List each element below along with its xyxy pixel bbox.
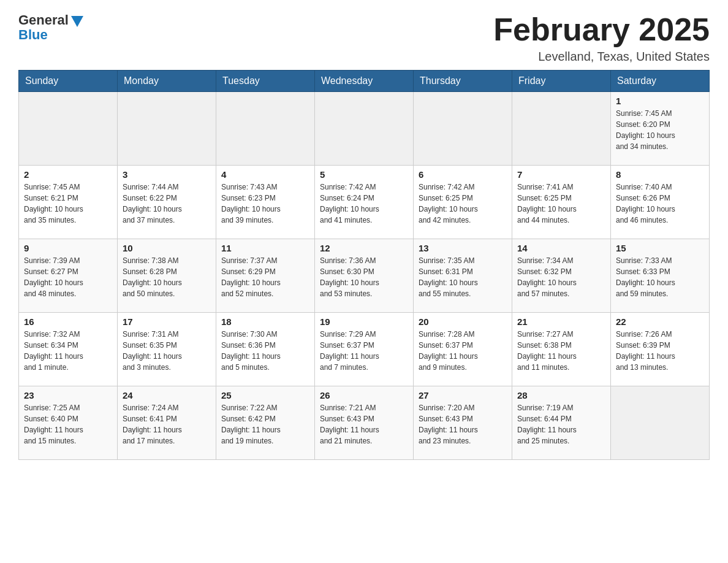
calendar-cell — [611, 386, 710, 460]
day-info: Sunrise: 7:37 AM Sunset: 6:29 PM Dayligh… — [221, 255, 309, 299]
calendar-header-thursday: Thursday — [414, 71, 512, 92]
calendar-cell: 10Sunrise: 7:38 AM Sunset: 6:28 PM Dayli… — [118, 239, 216, 313]
calendar-cell — [19, 92, 118, 166]
calendar-cell: 24Sunrise: 7:24 AM Sunset: 6:41 PM Dayli… — [118, 386, 216, 460]
day-number: 14 — [517, 243, 605, 253]
location: Levelland, Texas, United States — [493, 50, 710, 64]
day-number: 7 — [517, 169, 605, 180]
month-title: February 2025 — [493, 12, 710, 47]
day-info: Sunrise: 7:42 AM Sunset: 6:24 PM Dayligh… — [320, 182, 408, 226]
calendar-cell: 23Sunrise: 7:25 AM Sunset: 6:40 PM Dayli… — [19, 386, 118, 460]
calendar-cell: 6Sunrise: 7:42 AM Sunset: 6:25 PM Daylig… — [414, 166, 512, 239]
day-number: 5 — [320, 169, 408, 180]
calendar-header-friday: Friday — [512, 71, 611, 92]
day-info: Sunrise: 7:44 AM Sunset: 6:22 PM Dayligh… — [123, 182, 211, 226]
day-number: 24 — [123, 390, 211, 400]
day-number: 16 — [24, 316, 112, 327]
day-info: Sunrise: 7:45 AM Sunset: 6:21 PM Dayligh… — [24, 182, 112, 226]
calendar-cell: 4Sunrise: 7:43 AM Sunset: 6:23 PM Daylig… — [216, 166, 315, 239]
calendar-cell — [216, 92, 315, 166]
calendar-cell: 14Sunrise: 7:34 AM Sunset: 6:32 PM Dayli… — [512, 239, 611, 313]
day-info: Sunrise: 7:24 AM Sunset: 6:41 PM Dayligh… — [123, 402, 211, 446]
calendar-week-row: 1Sunrise: 7:45 AM Sunset: 6:20 PM Daylig… — [19, 92, 710, 166]
calendar-header-tuesday: Tuesday — [216, 71, 315, 92]
calendar-cell: 7Sunrise: 7:41 AM Sunset: 6:25 PM Daylig… — [512, 166, 611, 239]
calendar-table: SundayMondayTuesdayWednesdayThursdayFrid… — [18, 70, 710, 460]
logo-blue-text: Blue — [18, 27, 48, 43]
logo: General Blue — [18, 12, 83, 43]
calendar-cell: 21Sunrise: 7:27 AM Sunset: 6:38 PM Dayli… — [512, 313, 611, 386]
day-info: Sunrise: 7:29 AM Sunset: 6:37 PM Dayligh… — [320, 329, 408, 373]
day-info: Sunrise: 7:25 AM Sunset: 6:40 PM Dayligh… — [24, 402, 112, 446]
calendar-cell: 28Sunrise: 7:19 AM Sunset: 6:44 PM Dayli… — [512, 386, 611, 460]
calendar-week-row: 9Sunrise: 7:39 AM Sunset: 6:27 PM Daylig… — [19, 239, 710, 313]
day-info: Sunrise: 7:38 AM Sunset: 6:28 PM Dayligh… — [123, 255, 211, 299]
day-info: Sunrise: 7:42 AM Sunset: 6:25 PM Dayligh… — [419, 182, 507, 226]
calendar-header-saturday: Saturday — [611, 71, 710, 92]
day-info: Sunrise: 7:36 AM Sunset: 6:30 PM Dayligh… — [320, 255, 408, 299]
day-info: Sunrise: 7:21 AM Sunset: 6:43 PM Dayligh… — [320, 402, 408, 446]
calendar-cell: 12Sunrise: 7:36 AM Sunset: 6:30 PM Dayli… — [315, 239, 414, 313]
day-number: 2 — [24, 169, 112, 180]
calendar-cell: 8Sunrise: 7:40 AM Sunset: 6:26 PM Daylig… — [611, 166, 710, 239]
day-number: 18 — [221, 316, 309, 327]
day-number: 15 — [616, 243, 704, 253]
day-number: 20 — [419, 316, 507, 327]
calendar-cell — [512, 92, 611, 166]
calendar-week-row: 2Sunrise: 7:45 AM Sunset: 6:21 PM Daylig… — [19, 166, 710, 239]
calendar-cell: 27Sunrise: 7:20 AM Sunset: 6:43 PM Dayli… — [414, 386, 512, 460]
day-number: 11 — [221, 243, 309, 253]
logo-general-text: General — [18, 12, 69, 28]
calendar-header-row: SundayMondayTuesdayWednesdayThursdayFrid… — [19, 71, 710, 92]
day-number: 27 — [419, 390, 507, 400]
calendar-cell: 5Sunrise: 7:42 AM Sunset: 6:24 PM Daylig… — [315, 166, 414, 239]
day-info: Sunrise: 7:27 AM Sunset: 6:38 PM Dayligh… — [517, 329, 605, 373]
day-number: 21 — [517, 316, 605, 327]
title-section: February 2025 Levelland, Texas, United S… — [493, 12, 710, 64]
calendar-cell — [118, 92, 216, 166]
calendar-cell: 1Sunrise: 7:45 AM Sunset: 6:20 PM Daylig… — [611, 92, 710, 166]
day-number: 1 — [616, 96, 704, 106]
day-number: 19 — [320, 316, 408, 327]
calendar-cell: 16Sunrise: 7:32 AM Sunset: 6:34 PM Dayli… — [19, 313, 118, 386]
day-info: Sunrise: 7:19 AM Sunset: 6:44 PM Dayligh… — [517, 402, 605, 446]
day-number: 9 — [24, 243, 112, 253]
calendar-cell: 19Sunrise: 7:29 AM Sunset: 6:37 PM Dayli… — [315, 313, 414, 386]
day-number: 26 — [320, 390, 408, 400]
day-info: Sunrise: 7:34 AM Sunset: 6:32 PM Dayligh… — [517, 255, 605, 299]
day-info: Sunrise: 7:20 AM Sunset: 6:43 PM Dayligh… — [419, 402, 507, 446]
calendar-cell: 3Sunrise: 7:44 AM Sunset: 6:22 PM Daylig… — [118, 166, 216, 239]
day-info: Sunrise: 7:31 AM Sunset: 6:35 PM Dayligh… — [123, 329, 211, 373]
calendar-cell: 20Sunrise: 7:28 AM Sunset: 6:37 PM Dayli… — [414, 313, 512, 386]
calendar-cell: 9Sunrise: 7:39 AM Sunset: 6:27 PM Daylig… — [19, 239, 118, 313]
calendar-cell: 2Sunrise: 7:45 AM Sunset: 6:21 PM Daylig… — [19, 166, 118, 239]
day-number: 13 — [419, 243, 507, 253]
calendar-cell: 17Sunrise: 7:31 AM Sunset: 6:35 PM Dayli… — [118, 313, 216, 386]
day-info: Sunrise: 7:41 AM Sunset: 6:25 PM Dayligh… — [517, 182, 605, 226]
day-number: 25 — [221, 390, 309, 400]
day-info: Sunrise: 7:32 AM Sunset: 6:34 PM Dayligh… — [24, 329, 112, 373]
calendar-cell: 11Sunrise: 7:37 AM Sunset: 6:29 PM Dayli… — [216, 239, 315, 313]
day-number: 17 — [123, 316, 211, 327]
day-info: Sunrise: 7:22 AM Sunset: 6:42 PM Dayligh… — [221, 402, 309, 446]
day-info: Sunrise: 7:33 AM Sunset: 6:33 PM Dayligh… — [616, 255, 704, 299]
calendar-header-sunday: Sunday — [19, 71, 118, 92]
calendar-week-row: 16Sunrise: 7:32 AM Sunset: 6:34 PM Dayli… — [19, 313, 710, 386]
day-number: 22 — [616, 316, 704, 327]
day-info: Sunrise: 7:30 AM Sunset: 6:36 PM Dayligh… — [221, 329, 309, 373]
day-info: Sunrise: 7:40 AM Sunset: 6:26 PM Dayligh… — [616, 182, 704, 226]
calendar-week-row: 23Sunrise: 7:25 AM Sunset: 6:40 PM Dayli… — [19, 386, 710, 460]
day-number: 4 — [221, 169, 309, 180]
day-number: 6 — [419, 169, 507, 180]
day-info: Sunrise: 7:35 AM Sunset: 6:31 PM Dayligh… — [419, 255, 507, 299]
calendar-cell: 25Sunrise: 7:22 AM Sunset: 6:42 PM Dayli… — [216, 386, 315, 460]
calendar-cell: 22Sunrise: 7:26 AM Sunset: 6:39 PM Dayli… — [611, 313, 710, 386]
day-number: 10 — [123, 243, 211, 253]
day-info: Sunrise: 7:28 AM Sunset: 6:37 PM Dayligh… — [419, 329, 507, 373]
page-header: General Blue February 2025 Levelland, Te… — [18, 12, 710, 64]
calendar-cell: 15Sunrise: 7:33 AM Sunset: 6:33 PM Dayli… — [611, 239, 710, 313]
day-number: 23 — [24, 390, 112, 400]
day-info: Sunrise: 7:26 AM Sunset: 6:39 PM Dayligh… — [616, 329, 704, 373]
calendar-cell — [315, 92, 414, 166]
calendar-cell: 13Sunrise: 7:35 AM Sunset: 6:31 PM Dayli… — [414, 239, 512, 313]
